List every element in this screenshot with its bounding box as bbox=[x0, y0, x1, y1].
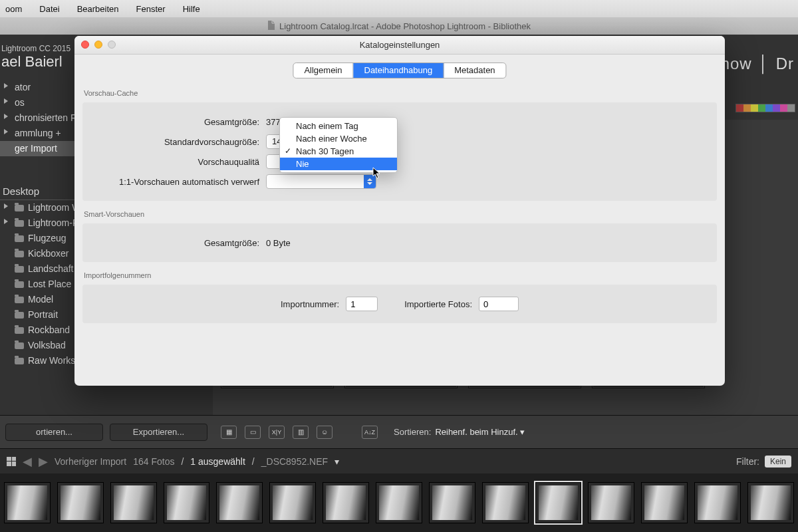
filmstrip-thumb[interactable] bbox=[641, 482, 688, 523]
filmstrip-thumb[interactable] bbox=[269, 482, 316, 523]
cursor-icon bbox=[372, 167, 382, 179]
filter-preset-button[interactable]: Kein bbox=[765, 456, 791, 467]
filmstrip-thumb[interactable] bbox=[588, 482, 634, 523]
section-import-numbers-title: Importfolgenummern bbox=[84, 271, 717, 279]
discard-11-popup-menu[interactable]: Nach einem TagNach einer WocheNach 30 Ta… bbox=[279, 117, 398, 173]
import-number-field[interactable] bbox=[346, 297, 378, 311]
window-titlebar: Lightroom Catalog.lrcat - Adobe Photosho… bbox=[0, 17, 798, 35]
breadcrumb-count: 164 Fotos bbox=[133, 456, 174, 467]
folder-icon bbox=[15, 327, 24, 334]
color-swatch[interactable] bbox=[736, 104, 743, 112]
section-preview-cache-title: Vorschau-Cache bbox=[84, 89, 717, 97]
folder-icon bbox=[15, 297, 24, 303]
compare-xy-icon[interactable]: X|Y bbox=[269, 426, 285, 439]
filmstrip-thumb[interactable] bbox=[694, 482, 741, 523]
tab-allgemein[interactable]: Allgemein bbox=[293, 63, 353, 78]
window-title: Lightroom Catalog.lrcat - Adobe Photosho… bbox=[279, 21, 531, 31]
filmstrip-thumb[interactable] bbox=[535, 482, 582, 523]
folder-icon bbox=[15, 235, 24, 242]
breadcrumb-filename: _DSC8952.NEF bbox=[261, 456, 328, 467]
filmstrip-thumb[interactable] bbox=[323, 482, 369, 523]
menu-oom[interactable]: oom bbox=[3, 3, 25, 15]
total-size-label: Gesamtgröße: bbox=[96, 117, 266, 127]
menu-hilfe[interactable]: Hilfe bbox=[180, 3, 203, 15]
export-button[interactable]: Exportieren... bbox=[110, 424, 207, 441]
color-swatch[interactable] bbox=[751, 104, 758, 112]
chevron-down-icon[interactable]: ▾ bbox=[334, 456, 339, 467]
dialog-title: Katalogeinstellungen bbox=[360, 40, 440, 50]
color-swatch[interactable] bbox=[743, 104, 751, 112]
close-icon[interactable] bbox=[81, 41, 89, 49]
filmstrip-thumb[interactable] bbox=[216, 482, 263, 523]
import-number-label: Importnummer: bbox=[281, 299, 339, 309]
second-monitor-icon[interactable] bbox=[7, 457, 16, 466]
sort-value[interactable]: Reihenf. beim Hinzuf. ▾ bbox=[435, 427, 525, 437]
filmstrip-thumb[interactable] bbox=[164, 482, 210, 523]
catalog-settings-dialog: Katalogeinstellungen AllgemeinDateihandh… bbox=[74, 36, 725, 386]
discard-11-label: 1:1-Vorschauen automatisch verwerf bbox=[96, 177, 266, 187]
popup-option[interactable]: Nach einem Tag bbox=[280, 120, 397, 132]
module-item[interactable]: │ bbox=[759, 55, 769, 72]
folder-icon bbox=[15, 281, 24, 288]
traffic-lights bbox=[81, 41, 116, 49]
survey-view-icon[interactable]: ▥ bbox=[293, 426, 309, 439]
filter-label: Filter: bbox=[736, 456, 759, 467]
menu-fenster[interactable]: Fenster bbox=[134, 3, 168, 15]
smart-size-label: Gesamtgröße: bbox=[96, 238, 266, 248]
filmstrip-thumb[interactable] bbox=[110, 482, 157, 523]
preview-quality-label: Vorschauqualitä bbox=[96, 157, 266, 167]
folder-icon bbox=[15, 312, 24, 319]
color-swatch[interactable] bbox=[780, 104, 787, 112]
filmstrip-header: ◀ ▶ Vorheriger Import 164 Fotos/ 1 ausge… bbox=[0, 448, 798, 473]
filmstrip-thumb[interactable] bbox=[376, 482, 422, 523]
popup-option[interactable]: Nach 30 Tagen bbox=[280, 145, 397, 158]
imported-photos-field[interactable] bbox=[479, 297, 519, 311]
tab-dateihandhabung[interactable]: Dateihandhabung bbox=[354, 63, 444, 78]
zoom-icon bbox=[108, 41, 116, 49]
import-export-bar: ortieren... Exportieren... bbox=[0, 415, 213, 448]
filmstrip-thumb[interactable] bbox=[4, 482, 51, 523]
color-label-swatches[interactable] bbox=[735, 104, 795, 112]
discard-11-select[interactable] bbox=[266, 174, 376, 189]
filmstrip-thumb[interactable] bbox=[57, 482, 104, 523]
section-smart-previews: Gesamtgröße: 0 Byte bbox=[82, 223, 717, 262]
filmstrip-thumb[interactable] bbox=[482, 482, 529, 523]
chevron-down-icon: ▾ bbox=[520, 427, 525, 437]
sort-direction-icon[interactable]: A↓Z bbox=[362, 426, 378, 439]
filmstrip[interactable] bbox=[0, 473, 798, 532]
menu-bearbeiten[interactable]: Bearbeiten bbox=[74, 3, 122, 15]
breadcrumb-selected: 1 ausgewählt bbox=[190, 456, 245, 467]
loupe-view-icon[interactable]: ▭ bbox=[245, 426, 261, 439]
folder-icon bbox=[15, 358, 24, 364]
idplate-line1: Lightroom CC 2015 bbox=[0, 44, 80, 53]
section-smart-previews-title: Smart-Vorschauen bbox=[84, 210, 717, 218]
smart-size-value: 0 Byte bbox=[266, 238, 306, 248]
folder-icon bbox=[15, 342, 24, 349]
module-item[interactable]: Dr bbox=[776, 55, 794, 72]
imported-photos-label: Importierte Fotos: bbox=[404, 299, 472, 309]
section-preview-cache: Gesamtgröße: 377 MB Standardvorschaugröß… bbox=[82, 102, 717, 201]
dialog-tabs: AllgemeinDateihandhabungMetadaten bbox=[293, 63, 506, 78]
color-swatch[interactable] bbox=[765, 104, 773, 112]
popup-option[interactable]: Nach einer Woche bbox=[280, 132, 397, 145]
color-swatch[interactable] bbox=[758, 104, 765, 112]
menubar: oomDateiBearbeitenFensterHilfe bbox=[0, 0, 798, 17]
import-button[interactable]: ortieren... bbox=[5, 424, 103, 441]
idplate-line2: ael Baierl bbox=[0, 53, 80, 70]
section-import-numbers: Importnummer: Importierte Fotos: bbox=[82, 285, 717, 323]
tab-metadaten[interactable]: Metadaten bbox=[444, 63, 505, 78]
color-swatch[interactable] bbox=[787, 104, 795, 112]
folder-icon bbox=[15, 205, 24, 211]
nav-back-icon[interactable]: ◀ bbox=[23, 454, 32, 469]
people-view-icon[interactable]: ☺ bbox=[317, 426, 332, 439]
breadcrumb-collection[interactable]: Vorheriger Import bbox=[55, 456, 126, 467]
color-swatch[interactable] bbox=[773, 104, 780, 112]
grid-toolbar: ▦ ▭ X|Y ▥ ☺ A↓Z Sortieren: Reihenf. beim… bbox=[213, 415, 798, 448]
nav-fwd-icon[interactable]: ▶ bbox=[39, 454, 48, 469]
std-preview-size-label: Standardvorschaugröße: bbox=[96, 137, 266, 147]
grid-view-icon[interactable]: ▦ bbox=[221, 426, 237, 439]
menu-datei[interactable]: Datei bbox=[37, 3, 62, 15]
minimize-icon[interactable] bbox=[94, 41, 102, 49]
filmstrip-thumb[interactable] bbox=[429, 482, 475, 523]
filmstrip-thumb[interactable] bbox=[747, 482, 794, 523]
